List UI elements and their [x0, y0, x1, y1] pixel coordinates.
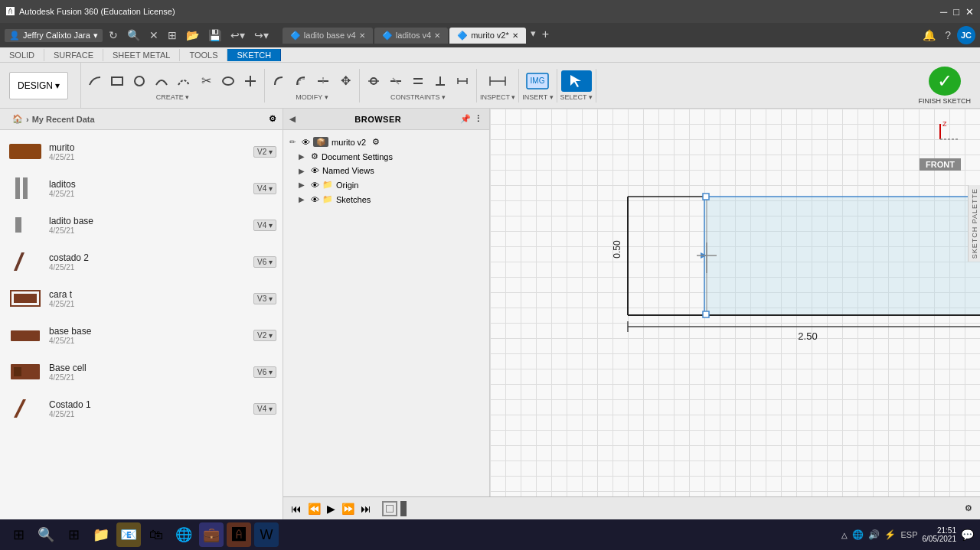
version-badge[interactable]: V6 ▾	[253, 366, 276, 378]
move-tool[interactable]: ✥	[335, 70, 356, 92]
timeline-marker[interactable]	[400, 501, 407, 516]
open-button[interactable]: 📂	[183, 28, 202, 43]
cancel-button[interactable]: ✕	[146, 28, 162, 43]
fillet-tool[interactable]	[268, 70, 289, 92]
scissor-tool[interactable]: ✂	[195, 70, 217, 92]
tab-close-button[interactable]: ✕	[359, 31, 365, 40]
close-button[interactable]: ✕	[965, 6, 974, 18]
task-view-button[interactable]: ⊞	[61, 522, 86, 547]
circle-tool[interactable]	[129, 70, 150, 92]
tab-sheet-metal[interactable]: SHEET METAL	[103, 49, 180, 61]
browser-root-item[interactable]: ✏ 👁 📦 murito v2 ⚙	[283, 135, 489, 149]
user-menu[interactable]: 👤 Jeffry Calixto Jara ▾	[5, 29, 103, 42]
list-item[interactable]: costado 2 4/25/21 V6 ▾	[0, 243, 283, 280]
word-button[interactable]: W	[254, 522, 279, 547]
list-item[interactable]: Costado 1 4/25/21 V4 ▾	[0, 390, 283, 427]
start-button[interactable]: ⊞	[6, 522, 31, 547]
list-item[interactable]: Base cell 4/25/21 V6 ▾	[0, 353, 283, 390]
search-button[interactable]: 🔍	[124, 28, 143, 43]
browser-item-origin[interactable]: ▶ 👁 📁 Origin	[283, 177, 489, 192]
teams-button[interactable]: 💼	[199, 522, 224, 547]
tab-laditos[interactable]: 🔷 laditos v4 ✕	[374, 28, 448, 44]
browser-collapse-button[interactable]: ◀	[289, 115, 296, 123]
arc-tool[interactable]	[151, 70, 172, 92]
save-button[interactable]: 💾	[205, 28, 224, 43]
tab-add-button[interactable]: +	[539, 28, 552, 44]
insert-canvas-tool[interactable]: IMG	[522, 70, 553, 92]
browser-menu-icon[interactable]: ⋮	[474, 114, 483, 124]
line-tool[interactable]	[84, 70, 106, 92]
list-item[interactable]: cara t 4/25/21 V3 ▾	[0, 280, 283, 317]
browser-item-document-settings[interactable]: ▶ ⚙ Document Settings	[283, 149, 489, 164]
rectangle-tool[interactable]	[106, 70, 128, 92]
version-badge[interactable]: V2 ▾	[253, 330, 276, 341]
file-explorer-button[interactable]: 📁	[89, 522, 113, 547]
mail-button[interactable]: 📧	[116, 522, 141, 547]
browser-item-named-views[interactable]: ▶ 👁 Named Views	[283, 164, 489, 177]
version-badge[interactable]: V3 ▾	[253, 293, 276, 304]
dimension-constraint[interactable]	[452, 70, 473, 92]
play-button[interactable]: ▶	[327, 503, 335, 515]
maximize-button[interactable]: □	[953, 6, 959, 18]
home-icon[interactable]: 🏠	[12, 114, 23, 124]
tab-more-button[interactable]: ▾	[528, 28, 539, 44]
browser-pin-icon[interactable]: 📌	[460, 114, 472, 124]
version-badge[interactable]: V2 ▾	[253, 146, 276, 158]
measure-tool[interactable]	[487, 70, 508, 92]
version-badge[interactable]: V4 ▾	[253, 220, 276, 231]
list-item[interactable]: laditos 4/25/21 V4 ▾	[0, 170, 283, 207]
offset-tool[interactable]	[290, 70, 312, 92]
ellipse-tool[interactable]	[217, 70, 239, 92]
parallel-constraint[interactable]	[407, 70, 429, 92]
timeline-icon[interactable]	[382, 501, 397, 516]
tab-sketch[interactable]: SKETCH	[227, 49, 281, 61]
tray-arrow[interactable]: △	[841, 531, 848, 539]
item-date: 4/25/21	[49, 263, 249, 272]
undo-button[interactable]: ↩▾	[227, 28, 248, 43]
perpendicular-constraint[interactable]	[430, 70, 451, 92]
step-back-button[interactable]: ⏪	[308, 503, 321, 515]
list-item[interactable]: ladito base 4/25/21 V4 ▾	[0, 207, 283, 243]
settings-icon[interactable]: ⚙	[269, 114, 276, 124]
design-button[interactable]: DESIGN ▾	[9, 72, 68, 99]
minimize-button[interactable]: ─	[940, 6, 947, 18]
store-button[interactable]: 🛍	[144, 522, 168, 547]
trim-tool[interactable]	[312, 70, 334, 92]
item-info: Costado 1 4/25/21	[49, 399, 249, 418]
refresh-button[interactable]: ↻	[106, 28, 121, 43]
tab-tools[interactable]: TOOLS	[180, 49, 227, 61]
polygon-tool[interactable]	[173, 70, 194, 92]
help-button[interactable]: ?	[942, 28, 954, 43]
version-badge[interactable]: V4 ▾	[253, 403, 276, 415]
version-badge[interactable]: V6 ▾	[253, 256, 276, 268]
list-item[interactable]: base base 4/25/21 V2 ▾	[0, 317, 283, 353]
select-tool[interactable]	[561, 70, 592, 92]
tab-close-button[interactable]: ✕	[434, 31, 440, 40]
tab-surface[interactable]: SURFACE	[44, 49, 103, 61]
browser-item-sketches[interactable]: ▶ 👁 📁 Sketches	[283, 192, 489, 207]
skip-start-button[interactable]: ⏮	[291, 503, 302, 515]
tab-murito[interactable]: 🔷 murito v2* ✕	[449, 28, 526, 44]
redo-button[interactable]: ↪▾	[251, 28, 272, 43]
grid-button[interactable]: ⊞	[165, 28, 180, 43]
list-item[interactable]: murito 4/25/21 V2 ▾	[0, 133, 283, 170]
tab-close-button[interactable]: ✕	[512, 31, 518, 40]
finish-sketch-button[interactable]: ✓ FINISH SKETCH	[912, 67, 977, 105]
tab-ladito-base[interactable]: 🔷 ladito base v4 ✕	[283, 28, 373, 44]
collinear-constraint[interactable]	[385, 70, 407, 92]
notifications-button[interactable]: 🔔	[920, 28, 939, 43]
edge-button[interactable]: 🌐	[172, 522, 196, 547]
timeline-settings-button[interactable]: ⚙	[965, 503, 972, 513]
skip-end-button[interactable]: ⏭	[361, 503, 371, 515]
version-badge[interactable]: V4 ▾	[253, 183, 276, 194]
notification-button[interactable]: 💬	[961, 529, 974, 541]
fusion-button[interactable]: 🅰	[227, 522, 251, 547]
coincident-constraint[interactable]	[363, 70, 384, 92]
step-forward-button[interactable]: ⏩	[341, 503, 354, 515]
search-taskbar-button[interactable]: 🔍	[34, 522, 58, 547]
tab-solid[interactable]: SOLID	[0, 49, 44, 61]
sketch-canvas[interactable]: 2.50 0.50	[490, 109, 980, 542]
account-button[interactable]: JC	[957, 26, 975, 44]
hatch-tool[interactable]	[240, 70, 261, 92]
item-name: base base	[49, 326, 249, 337]
